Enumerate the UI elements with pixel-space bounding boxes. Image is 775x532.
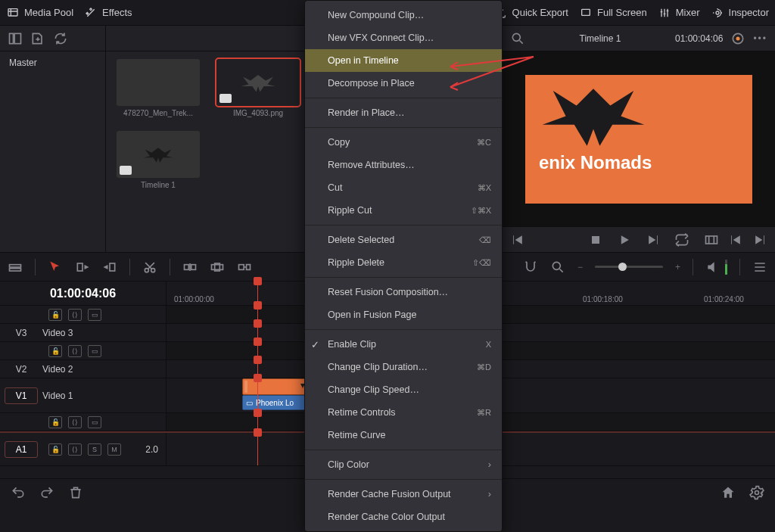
svg-rect-15 [592,236,599,244]
trim-start-icon[interactable] [75,260,90,275]
home-icon[interactable] [721,485,736,500]
lock-icon[interactable]: 🔓 [48,309,62,321]
effects-label: Effects [102,7,132,18]
mute-button[interactable]: M [107,443,121,456]
menu-ripple-delete[interactable]: Ripple Delete⇧⌫ [305,251,502,274]
track-visible-icon[interactable]: ▭ [88,416,101,428]
prev-clip-icon[interactable] [510,232,525,247]
menu-enable-clip[interactable]: ✓Enable ClipX [305,333,502,356]
overwrite-icon[interactable] [210,260,225,275]
clip-thumb[interactable]: IMG_4093.png [216,59,300,117]
svg-point-29 [755,490,759,494]
lock-icon[interactable]: 🔓 [48,416,62,428]
solo-button[interactable]: S [88,443,101,456]
volume-meter[interactable] [705,260,727,275]
menu-render-in-place[interactable]: Render in Place… [305,101,502,124]
track-name[interactable]: Video 3 [42,328,166,338]
lock-icon[interactable]: 🔓 [48,345,62,357]
import-media-icon[interactable] [30,31,45,46]
menu-new-compound[interactable]: New Compound Clip… [305,4,502,26]
inspector-icon [711,6,724,20]
track-index[interactable]: V3 [0,324,42,341]
track-visible-icon[interactable]: ▭ [88,309,101,321]
viewer-timecode[interactable]: 01:00:04:06 [675,33,723,44]
quick-export-button[interactable]: Quick Export [494,6,568,20]
selection-tool-icon[interactable] [48,260,63,275]
effects-toggle[interactable]: Effects [84,6,132,20]
menu-change-speed[interactable]: Change Clip Speed… [305,378,502,401]
timeline-view-icon[interactable] [8,260,23,275]
clip-thumb[interactable]: Timeline 1 [117,131,200,189]
menu-render-cache-color[interactable]: Render Cache Color Output [305,506,502,528]
gear-icon[interactable] [749,485,764,500]
menu-retime-controls[interactable]: Retime Controls⌘R [305,401,502,424]
context-menu: New Compound Clip… New VFX Connect Clip…… [304,0,503,532]
match-frame-icon[interactable] [704,232,719,247]
svg-point-12 [512,33,520,41]
media-pool-toggle[interactable]: Media Pool [6,6,73,20]
play-icon[interactable] [617,232,632,247]
audio-level[interactable]: 2.0 [145,444,166,455]
track-visible-icon[interactable]: ▭ [88,345,101,357]
lock-icon[interactable]: 🔓 [48,443,62,456]
timeline-current-tc[interactable]: 01:00:04:06 [0,282,167,305]
viewer-overlay-text: enix Nomads [539,152,652,173]
menu-clip-color[interactable]: Clip Color› [305,453,502,476]
menu-remove-attrs[interactable]: Remove Attributes… [305,154,502,176]
inspector-toggle[interactable]: Inspector [711,6,769,20]
svg-rect-25 [212,264,223,269]
next-clip-icon[interactable] [646,232,661,247]
full-screen-button[interactable]: Full Screen [579,6,647,20]
sidebar-layout-icon[interactable] [8,31,23,46]
trash-icon[interactable] [68,485,83,500]
undo-icon[interactable] [11,485,26,500]
menu-decompose[interactable]: Decompose in Place [305,72,502,95]
auto-select-icon[interactable]: ⟨⟩ [68,309,82,321]
menu-ripple-cut[interactable]: Ripple Cut⇧⌘X [305,199,502,222]
bin-master[interactable]: Master [0,51,105,74]
blade-tool-icon[interactable] [142,260,157,275]
replace-icon[interactable] [237,260,252,275]
menu-retime-curve[interactable]: Retime Curve [305,424,502,446]
menu-copy[interactable]: Copy⌘C [305,131,502,154]
redo-icon[interactable] [39,485,54,500]
insert-icon[interactable] [182,260,198,275]
menu-change-duration[interactable]: Change Clip Duration…⌘D [305,356,502,378]
sync-icon[interactable] [53,31,68,46]
menu-render-cache-fusion[interactable]: Render Cache Fusion Output› [305,483,502,506]
track-index[interactable]: V2 [0,360,42,378]
viewer-search-icon[interactable] [510,31,525,46]
auto-select-icon[interactable]: ⟨⟩ [68,416,82,428]
fullscreen-icon [579,6,593,20]
auto-select-icon[interactable]: ⟨⟩ [68,345,82,357]
menu-open-timeline[interactable]: Open in Timeline [305,49,502,72]
loop-icon[interactable] [674,232,689,247]
trim-end-icon[interactable] [102,260,117,275]
svg-rect-18 [10,268,21,270]
menu-new-vfx[interactable]: New VFX Connect Clip… [305,26,502,49]
menu-cut[interactable]: Cut⌘X [305,176,502,199]
timeline-menu-icon[interactable] [752,260,767,275]
link-icon[interactable] [550,260,565,275]
stop-icon[interactable] [588,232,603,247]
timeline-viewer: Timeline 1 01:00:04:06 ••• enix Nomads [503,26,775,252]
viewer-more-icon[interactable]: ••• [753,33,767,44]
color-wheel-icon[interactable] [730,31,745,46]
timeline-clip[interactable]: ▭Phoenix Lo [242,378,310,412]
track-name[interactable]: Video 2 [42,364,166,375]
menu-open-fusion[interactable]: Open in Fusion Page [305,303,502,326]
track-index[interactable]: A1 [5,441,38,458]
menu-delete-selected[interactable]: Delete Selected⌫ [305,229,502,251]
mark-in-icon[interactable] [728,232,743,247]
track-name[interactable]: Video 1 [42,390,166,401]
viewer-frame: enix Nomads [525,75,752,204]
viewer-title: Timeline 1 [533,33,668,44]
clip-thumb[interactable]: 478270_Men_Trek... [117,59,200,117]
snap-icon[interactable] [523,260,538,275]
mixer-toggle[interactable]: Mixer [658,6,700,20]
menu-reset-fusion[interactable]: Reset Fusion Composition… [305,281,502,303]
track-index[interactable]: V1 [5,387,38,404]
auto-select-icon[interactable]: ⟨⟩ [68,443,82,456]
zoom-slider[interactable] [595,266,663,268]
mark-out-icon[interactable] [752,232,767,247]
